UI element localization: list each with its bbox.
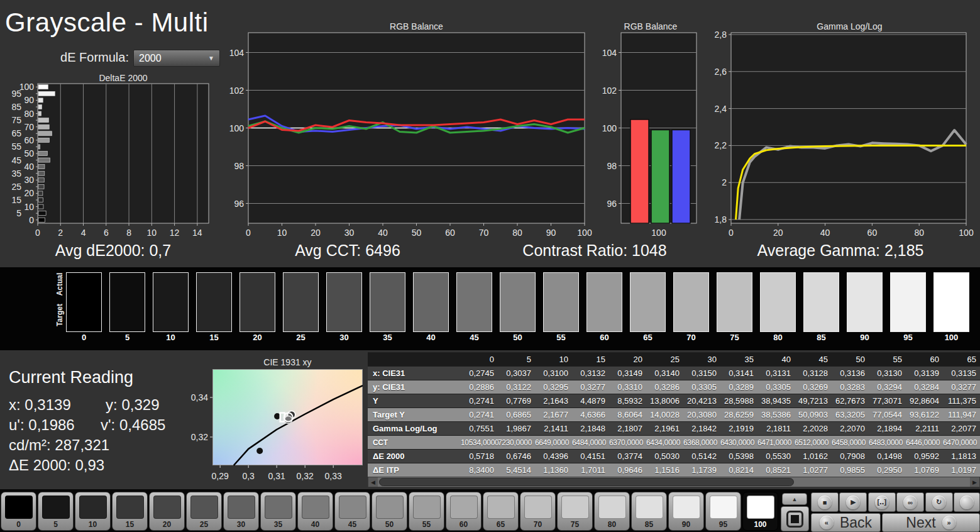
table-cell: 1,7011 — [572, 463, 609, 477]
svg-text:100: 100 — [577, 228, 592, 238]
patch-button-label: 25 — [187, 520, 221, 529]
table-row: x: CIE310,27450,30370,31000,31320,31490,… — [368, 367, 980, 380]
svg-text:50: 50 — [412, 228, 422, 238]
patch-button-55[interactable]: 55 — [409, 492, 444, 531]
patch-swatch — [116, 496, 144, 519]
patch-button-90[interactable]: 90 — [668, 492, 704, 531]
scroll-right-icon[interactable]: ▶ — [970, 477, 979, 487]
back-button[interactable]: « Back — [811, 513, 881, 532]
collapse-button[interactable]: ▲ — [782, 493, 807, 505]
continuous-button[interactable]: ∞ — [896, 492, 924, 512]
patch-button-label: 85 — [632, 520, 666, 529]
patch-button-5[interactable]: 5 — [38, 492, 74, 531]
grayscale-swatch-20 — [239, 272, 275, 332]
measure-icon: [‥] — [875, 496, 889, 509]
patch-button-label: 90 — [669, 520, 703, 529]
contrast-ratio-summary: Contrast Ratio: 1048 — [494, 241, 695, 260]
patch-button-20[interactable]: 20 — [149, 492, 185, 531]
table-cell: 0,3037 — [498, 367, 535, 380]
svg-text:10: 10 — [277, 228, 287, 238]
svg-text:35: 35 — [11, 169, 21, 179]
svg-text:102: 102 — [229, 86, 245, 96]
svg-text:30: 30 — [344, 228, 355, 238]
table-cell: 0,6865 — [498, 408, 535, 422]
svg-text:0,34: 0,34 — [191, 392, 208, 402]
patch-button-100[interactable]: 100 — [742, 492, 778, 531]
table-cell: 0,3277 — [572, 380, 609, 394]
table-cell: 2,1848 — [572, 422, 609, 436]
table-cell: 0,3141 — [720, 367, 757, 380]
table-cell: 0,3284 — [906, 380, 943, 394]
table-cell: 1,1813 — [943, 450, 980, 463]
table-cell: 20,3080 — [683, 408, 720, 422]
patch-button-75[interactable]: 75 — [557, 492, 593, 531]
patch-swatch — [673, 496, 700, 519]
swatch-level-label: 80 — [760, 333, 796, 342]
table-row: CCT10534,00007230,00006649,00006484,0000… — [368, 436, 980, 450]
table-cell: 92,8604 — [906, 394, 943, 408]
svg-text:20: 20 — [311, 228, 321, 238]
table-horizontal-scrollbar[interactable]: ◀ ▶ — [368, 477, 980, 487]
table-cell: 0,3277 — [943, 380, 980, 394]
next-button[interactable]: Next » — [882, 513, 980, 532]
reading-xy: x: 0,3139 y: 0,329 — [9, 396, 160, 414]
patch-swatch — [376, 496, 404, 519]
table-cell: 6458,0000 — [832, 436, 869, 450]
table-col-header: 10 — [535, 353, 572, 367]
patch-button-10[interactable]: 10 — [75, 492, 111, 531]
svg-text:104: 104 — [229, 48, 245, 58]
grayscale-swatch-70 — [673, 272, 709, 332]
patch-button-95[interactable]: 95 — [705, 492, 741, 531]
patch-button-25[interactable]: 25 — [186, 492, 222, 531]
luminance-value: 287,321 — [55, 436, 109, 453]
table-cell: 0,2741 — [461, 394, 498, 408]
svg-text:14: 14 — [192, 228, 202, 238]
patch-button-15[interactable]: 15 — [112, 492, 148, 531]
table-cell: 0,3305 — [683, 380, 720, 394]
loop-button[interactable]: ↻ — [925, 492, 953, 512]
table-cell: 2,2111 — [906, 422, 943, 436]
table-cell: 0,5030 — [646, 450, 683, 463]
patch-button-50[interactable]: 50 — [372, 492, 407, 531]
table-cell: 0,2745 — [461, 367, 498, 380]
table-cell: 6649,0000 — [535, 436, 572, 450]
patch-button-30[interactable]: 30 — [223, 492, 259, 531]
patch-button-45[interactable]: 45 — [334, 492, 370, 531]
patch-button-label: 5 — [38, 520, 73, 529]
table-cell: 0,3305 — [757, 380, 795, 394]
patch-swatch — [302, 496, 329, 519]
patch-button-80[interactable]: 80 — [594, 492, 630, 531]
patch-button-label: 95 — [706, 520, 741, 529]
table-cell: 50,0903 — [795, 408, 832, 422]
de-formula-select[interactable]: 2000 ▼ — [133, 50, 220, 67]
svg-text:45: 45 — [11, 155, 21, 165]
patch-button-35[interactable]: 35 — [260, 492, 296, 531]
table-cell: 2,1894 — [869, 422, 906, 436]
patch-button-40[interactable]: 40 — [297, 492, 333, 531]
scroll-left-icon[interactable]: ◀ — [368, 477, 378, 487]
table-cell: 0,4396 — [535, 450, 572, 463]
indicator-button[interactable] — [954, 492, 980, 512]
v-value: 0,4685 — [119, 416, 165, 433]
swatch-level-label: 30 — [326, 333, 362, 342]
scrollbar-thumb[interactable] — [379, 478, 794, 486]
svg-text:8: 8 — [126, 228, 131, 238]
play-button[interactable]: ▶ — [839, 492, 867, 512]
patch-button-0[interactable]: 0 — [1, 492, 36, 531]
patch-window-button[interactable] — [781, 506, 809, 531]
svg-text:65: 65 — [11, 128, 21, 138]
measure-button[interactable]: [‥] — [868, 492, 896, 512]
stop-button[interactable]: ■ — [811, 492, 839, 512]
patch-button-70[interactable]: 70 — [520, 492, 556, 531]
page-title: Grayscale - Multi — [5, 8, 209, 38]
svg-text:80: 80 — [24, 109, 34, 119]
grayscale-swatch-35 — [370, 272, 405, 332]
patch-button-65[interactable]: 65 — [483, 492, 519, 531]
patch-button-85[interactable]: 85 — [631, 492, 667, 531]
table-cell: 0,3140 — [646, 367, 683, 380]
patch-button-60[interactable]: 60 — [446, 492, 482, 531]
swatch-level-label: 60 — [586, 333, 622, 342]
table-col-header: 50 — [832, 353, 869, 367]
patch-button-label: 100 — [743, 520, 778, 529]
patch-button-label: 80 — [595, 520, 629, 529]
